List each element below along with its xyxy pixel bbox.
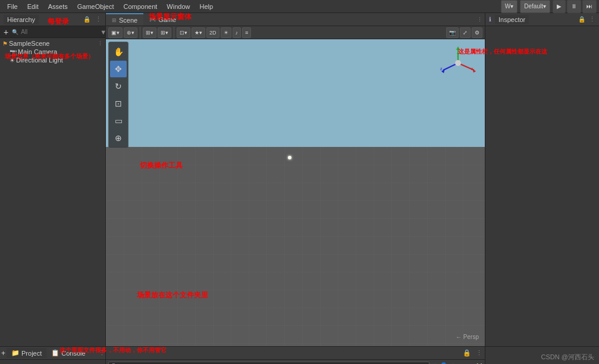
- svg-text:y: y: [457, 52, 459, 57]
- view-tabs: ⊞ Scene 🎮 Game ⋮: [106, 13, 485, 26]
- hierarchy-scene-menu[interactable]: ⋮: [98, 40, 103, 46]
- hand-tool[interactable]: ✋: [110, 43, 127, 60]
- inspector-panel: ℹ Inspector 🔒 ⋮: [485, 13, 599, 346]
- camera-icon: 📷: [10, 49, 17, 55]
- svg-text:z: z: [440, 67, 443, 71]
- favorites-section: ▶ ★ Favorites 🔍 All Materials 🔍 All Mode…: [0, 361, 105, 364]
- scene-gizmo: y x z: [437, 45, 479, 81]
- scene-tb-move[interactable]: ⤢: [460, 27, 471, 38]
- scene-view[interactable]: ✋ ✥ ↻ ⊡ ▭ ⊕ y x: [106, 39, 485, 346]
- layers-btn-label: W▾: [505, 3, 513, 10]
- scene-tab-label: Scene: [119, 17, 137, 24]
- scene-warning-icon: ⚑: [2, 40, 8, 47]
- step-button[interactable]: ⏭: [582, 0, 597, 13]
- rect-tool[interactable]: ▭: [110, 112, 127, 129]
- scale-tool[interactable]: ⊡: [110, 95, 127, 112]
- assets-search-bar: 🔍 ⊞ 👤 ★ 👁 👁 14: [106, 360, 485, 364]
- scene-tb-more[interactable]: ⚙: [472, 27, 482, 38]
- project-tab[interactable]: 📁 Project: [7, 348, 46, 358]
- menu-component[interactable]: Component: [118, 2, 162, 11]
- scene-tb-fx[interactable]: ≡: [242, 27, 251, 38]
- scene-toolbar: ▣▾ ⊕▾ ⊞▾ ⊞▾ ⊡▾ ★▾ 2D ☀ ♪ ≡ 📷 ⤢ ⚙: [106, 26, 485, 39]
- menu-assets[interactable]: Assets: [43, 2, 73, 11]
- search-icon: 🔍: [12, 29, 18, 35]
- assets-toolbar: 🔒 ⋮: [106, 347, 485, 360]
- layout-button[interactable]: Default▾: [520, 0, 550, 13]
- console-icon: 📋: [51, 349, 59, 357]
- view-menu-icon[interactable]: ⋮: [477, 17, 482, 23]
- game-tab[interactable]: 🎮 Game: [143, 13, 182, 26]
- inspector-tab[interactable]: Inspector: [495, 15, 529, 24]
- main-layout: Hierarchy 🔒 ⋮ + 🔍 ▼ ⚑ SampleScene ⋮ 📷 Ma…: [0, 13, 599, 346]
- menu-window[interactable]: Window: [162, 2, 195, 11]
- assets-search-container: 🔍: [108, 362, 429, 365]
- pause-button[interactable]: ⏸: [567, 0, 581, 13]
- play-button[interactable]: ▶: [553, 0, 566, 13]
- scene-tb-lighting[interactable]: ☀: [221, 27, 231, 38]
- play-controls: ▶ ⏸ ⏭: [553, 0, 597, 13]
- menu-file[interactable]: File: [2, 2, 23, 11]
- svg-text:x: x: [471, 67, 473, 71]
- project-content: ▶ ★ Favorites 🔍 All Materials 🔍 All Mode…: [0, 360, 105, 364]
- hierarchy-directionallight[interactable]: ☀ Directional Light: [0, 56, 105, 64]
- scene-grid: [106, 147, 485, 346]
- center-area: ⊞ Scene 🎮 Game ⋮ ▣▾ ⊕▾ ⊞▾ ⊞▾ ⊡▾ ★▾ 2D ☀ …: [106, 13, 485, 346]
- sep1: [140, 27, 140, 39]
- move-tool[interactable]: ✥: [110, 61, 127, 77]
- project-folder-icon: 📁: [11, 349, 20, 357]
- scene-tab[interactable]: ⊞ Scene: [106, 13, 143, 26]
- hierarchy-camera-label: Main Camera: [18, 48, 57, 55]
- rotate-tool[interactable]: ↻: [110, 78, 127, 95]
- layers-button[interactable]: W▾: [501, 0, 518, 13]
- scene-tb-snap[interactable]: ⊞▾: [158, 27, 171, 38]
- project-tab-label: Project: [21, 350, 42, 357]
- scene-tb-audio[interactable]: ♪: [233, 27, 242, 38]
- bottom-section: + 📁 Project 📋 Console ⋮ ▶ ★ Favorites 🔍: [0, 346, 599, 364]
- hierarchy-add-button[interactable]: +: [2, 27, 10, 37]
- light-icon: ☀: [10, 57, 15, 64]
- console-tab[interactable]: 📋 Console: [46, 348, 90, 358]
- svg-marker-1: [456, 46, 460, 50]
- transform-tool[interactable]: ⊕: [110, 130, 127, 146]
- hierarchy-tab[interactable]: Hierarchy: [4, 15, 39, 24]
- scene-tab-icon: ⊞: [112, 17, 117, 23]
- project-add-button[interactable]: +: [0, 349, 7, 357]
- scene-tb-2d[interactable]: 2D: [206, 27, 219, 38]
- project-panel: + 📁 Project 📋 Console ⋮ ▶ ★ Favorites 🔍: [0, 347, 106, 364]
- hierarchy-search-bar: + 🔍 ▼: [0, 26, 105, 38]
- hierarchy-samplescene[interactable]: ⚑ SampleScene ⋮: [0, 39, 105, 48]
- game-tab-icon: 🎮: [149, 17, 156, 23]
- persp-label: ← Persp: [456, 334, 479, 340]
- scene-tb-draw-mode[interactable]: ▣▾: [108, 27, 123, 38]
- scene-tb-render-mode[interactable]: ⊡▾: [177, 27, 190, 38]
- console-tab-label: Console: [61, 350, 85, 357]
- assets-menu-icon[interactable]: ⋮: [476, 349, 482, 357]
- inspector-menu-icon[interactable]: ⋮: [589, 15, 595, 23]
- menu-bar: File Edit Assets GameObject Component Wi…: [0, 0, 599, 13]
- hierarchy-maincamera[interactable]: 📷 Main Camera: [0, 48, 105, 56]
- inspector-lock-icon[interactable]: 🔒: [578, 16, 585, 23]
- scene-tools: ✋ ✥ ↻ ⊡ ▭ ⊕: [108, 42, 128, 148]
- hierarchy-content: ⚑ SampleScene ⋮ 📷 Main Camera ☀ Directio…: [0, 38, 105, 346]
- inspector-info-icon: ℹ: [489, 16, 491, 23]
- hierarchy-panel: Hierarchy 🔒 ⋮ + 🔍 ▼ ⚑ SampleScene ⋮ 📷 Ma…: [0, 13, 106, 346]
- project-tabs: + 📁 Project 📋 Console ⋮: [0, 347, 105, 360]
- hierarchy-menu-icon[interactable]: ⋮: [95, 15, 102, 23]
- light-gizmo: [288, 156, 291, 159]
- inspector-content: [485, 26, 599, 346]
- scene-tb-effects[interactable]: ★▾: [192, 27, 205, 38]
- project-menu-icon[interactable]: ⋮: [99, 349, 105, 357]
- menu-edit[interactable]: Edit: [23, 2, 43, 11]
- scene-tb-grid[interactable]: ⊞▾: [143, 27, 156, 38]
- scene-tb-gizmos[interactable]: ⊕▾: [124, 27, 137, 38]
- inspector-header: ℹ Inspector 🔒 ⋮: [485, 13, 599, 26]
- menu-help[interactable]: Help: [195, 2, 218, 11]
- scene-tb-camera[interactable]: 📷: [446, 27, 459, 38]
- assets-lock-icon[interactable]: 🔒: [463, 349, 471, 357]
- sep2: [174, 27, 174, 39]
- hierarchy-lock-icon[interactable]: 🔒: [83, 16, 90, 23]
- layout-btn-label: Default▾: [524, 3, 546, 10]
- menu-gameobject[interactable]: GameObject: [73, 2, 119, 11]
- hierarchy-search-input[interactable]: [21, 29, 96, 35]
- hierarchy-scene-label: SampleScene: [9, 40, 50, 47]
